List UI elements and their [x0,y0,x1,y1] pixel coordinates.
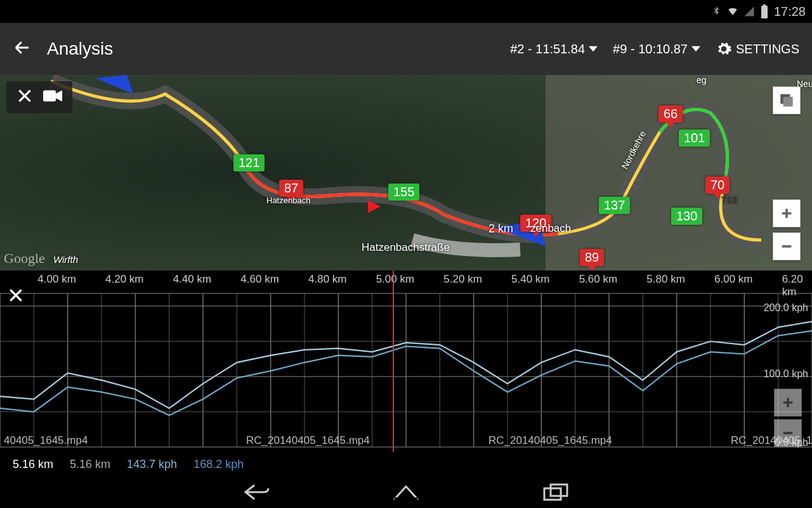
android-status-bar: 17:28 [0,0,812,23]
speed-marker: 155 [388,184,419,201]
chart-zoom-in-button[interactable] [774,389,802,417]
road-label: T13 [721,194,737,205]
x-tick: 6.00 km [714,273,752,286]
x-tick: 5.00 km [376,273,414,286]
map-attribution: Google [4,250,45,267]
video-clip-label: RC_20140405_1645.mp4 [246,434,370,447]
speed-chart[interactable]: 4.00 km4.20 km4.40 km4.60 km4.80 km5.00 … [0,271,812,452]
readout-pos-2: 5.16 km [70,458,110,471]
x-tick: 4.60 km [240,273,278,286]
readout-speed-2: 168.2 kph [193,458,244,471]
road-label: zenbach [530,222,571,235]
road-label: Hatzenbachstraße [362,241,450,254]
x-tick: 6.20 km [782,273,812,298]
video-clip-label: RC_20140405_1645.mp4 [488,434,612,447]
lap-selector-2[interactable]: #9 - 10:10.87 [613,42,700,57]
nav-home-button[interactable] [388,481,424,503]
gear-icon [716,41,732,57]
svg-rect-0 [761,6,768,18]
x-tick: 4.40 km [173,273,211,286]
speed-marker: 137 [599,197,630,214]
y-tick: 100.0 kph [764,368,808,380]
x-tick: 4.20 km [105,273,143,286]
speed-marker: 101 [679,130,710,147]
close-map-button[interactable] [16,88,33,107]
x-tick: 5.20 km [443,273,481,286]
road-label: Wirfth [53,254,78,265]
distance-marker: 2 km [488,222,513,236]
map-zoom-out-button[interactable] [773,232,801,260]
x-tick: 4.80 km [308,273,346,286]
x-tick: 4.00 km [37,273,75,286]
svg-rect-38 [544,488,561,500]
chart-zoom-out-button[interactable] [774,419,802,447]
road-label: Hatzenbach [266,196,310,205]
x-tick: 5.60 km [579,273,617,286]
speed-marker: 130 [671,208,702,225]
map-view[interactable]: ▶ 12187155120891371307066101 zenbach 2 k… [0,75,812,271]
svg-rect-39 [551,485,567,496]
readout-speed-1: 143.7 kph [127,458,177,471]
chevron-down-icon [589,44,598,53]
back-button[interactable] [13,38,38,60]
map-zoom-in-button[interactable] [773,199,801,227]
bluetooth-icon [710,6,722,17]
android-nav-bar [0,476,812,508]
nav-back-button[interactable] [239,481,274,503]
x-tick: 5.80 km [646,273,684,286]
nav-recents-button[interactable] [538,481,573,503]
x-tick: 5.40 km [511,273,549,286]
lap-selector-1[interactable]: #2 - 11:51.84 [510,42,598,57]
settings-button[interactable]: SETTINGS [716,41,799,57]
speed-marker: 89 [580,249,604,266]
battery-icon [760,4,769,18]
playhead[interactable] [393,271,394,452]
svg-rect-3 [546,75,812,271]
position-cursor: ▶ [368,196,381,215]
y-tick: 200.0 kph [764,302,808,314]
speed-marker: 70 [705,177,730,194]
signal-icon [743,6,755,17]
speed-marker: 87 [279,180,303,197]
page-title: Analysis [47,39,510,59]
map-toolbar [6,81,72,113]
app-bar: Analysis #2 - 11:51.84 #9 - 10:10.87 SET… [0,23,812,75]
clock: 17:28 [774,4,806,19]
close-chart-button[interactable] [8,287,24,306]
svg-rect-6 [783,97,793,107]
speed-marker: 66 [658,105,683,123]
speed-marker: 121 [233,154,265,171]
readout-bar: 5.16 km 5.16 km 143.7 kph 168.2 kph [0,452,812,476]
map-layers-button[interactable] [773,86,801,114]
road-label: eg [697,75,707,85]
wifi-icon [727,6,738,17]
svg-rect-1 [763,4,766,6]
video-clip-label: 40405_1645.mp4 [4,434,88,447]
video-button[interactable] [43,88,62,107]
readout-pos-1: 5.16 km [13,458,53,471]
chevron-down-icon [691,44,700,53]
svg-rect-4 [43,90,56,102]
